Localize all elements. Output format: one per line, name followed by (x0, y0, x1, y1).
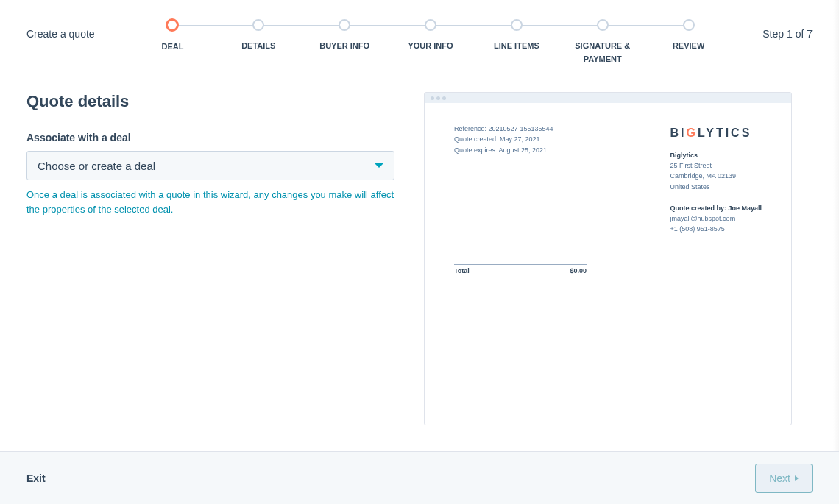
step-circle-icon (597, 19, 609, 31)
step-signature-payment[interactable]: SIGNATURE & PAYMENT (559, 19, 645, 65)
stepper: DEAL DETAILS BUYER INFO YOUR INFO LINE I… (130, 7, 732, 65)
step-deal[interactable]: DEAL (130, 19, 216, 65)
total-label: Total (454, 267, 470, 274)
quote-preview: Reference: 20210527-155135544 Quote crea… (424, 92, 792, 425)
deal-help-text: Once a deal is associated with a quote i… (26, 188, 394, 216)
company-country: United States (670, 182, 762, 192)
step-label: SIGNATURE & PAYMENT (566, 40, 640, 65)
creator-phone: +1 (508) 951-8575 (670, 224, 762, 234)
step-review[interactable]: REVIEW (645, 19, 732, 65)
preview-created: Quote created: May 27, 2021 (454, 134, 553, 144)
chevron-down-icon (375, 163, 383, 168)
exit-link[interactable]: Exit (26, 472, 46, 484)
step-circle-icon (252, 19, 264, 31)
window-dot-icon (436, 96, 440, 100)
step-circle-icon (683, 19, 695, 31)
deal-field-label: Associate with a deal (26, 132, 394, 143)
preview-reference: Reference: 20210527-155135544 (454, 124, 553, 134)
step-label: DEAL (161, 40, 183, 54)
step-circle-icon (511, 19, 523, 31)
step-indicator: Step 1 of 7 (732, 7, 813, 40)
step-buyer-info[interactable]: BUYER INFO (302, 19, 388, 65)
total-row: Total $0.00 (454, 264, 587, 277)
next-button-label: Next (769, 472, 790, 484)
step-label: LINE ITEMS (494, 40, 539, 53)
step-label: YOUR INFO (408, 40, 453, 53)
preview-window-bar (425, 93, 791, 103)
preview-expires: Quote expires: August 25, 2021 (454, 145, 553, 155)
deal-select-placeholder: Choose or create a deal (38, 160, 155, 172)
total-value: $0.00 (570, 267, 587, 274)
step-details[interactable]: DETAILS (216, 19, 302, 65)
step-circle-icon (425, 19, 436, 31)
creator-email: jmayall@hubspot.com (670, 213, 762, 224)
company-logo: BIGLYTICS (670, 124, 762, 143)
deal-select[interactable]: Choose or create a deal (26, 151, 394, 180)
created-by: Quote created by: Joe Mayall (670, 203, 762, 213)
company-name: Biglytics (670, 150, 762, 160)
step-circle-icon (339, 19, 350, 31)
window-dot-icon (431, 96, 434, 100)
step-label: BUYER INFO (319, 40, 369, 53)
step-label: DETAILS (241, 40, 275, 53)
step-circle-icon (166, 18, 179, 32)
company-address-1: 25 First Street (670, 160, 762, 171)
header-title: Create a quote (26, 7, 130, 40)
step-line-items[interactable]: LINE ITEMS (473, 19, 559, 65)
scrollbar[interactable] (833, 0, 839, 451)
chevron-right-icon (795, 475, 799, 481)
window-dot-icon (442, 96, 446, 100)
company-address-2: Cambridge, MA 02139 (670, 171, 762, 181)
step-your-info[interactable]: YOUR INFO (388, 19, 474, 65)
page-title: Quote details (26, 92, 394, 111)
next-button[interactable]: Next (755, 464, 813, 493)
step-label: REVIEW (673, 40, 704, 53)
